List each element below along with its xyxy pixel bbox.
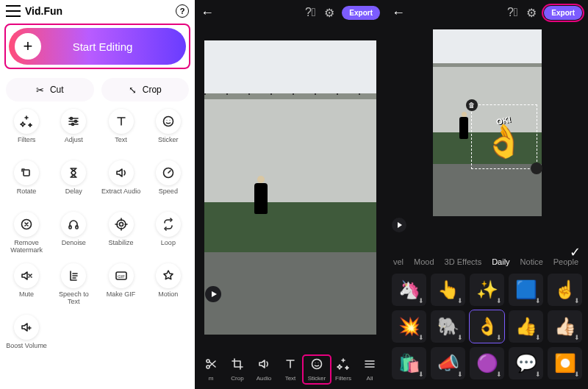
- sticker-item[interactable]: 🛍️⬇: [392, 347, 426, 379]
- tool-stabilize[interactable]: Stabilize: [98, 212, 145, 262]
- sticker-glyph: ⏺️: [554, 353, 576, 374]
- tool-speech-to-text[interactable]: Speech to Text: [50, 263, 97, 313]
- editor-tool-label: All: [367, 375, 373, 382]
- sticker-glyph: 👆: [437, 279, 459, 300]
- tool-extract-audio[interactable]: Extract Audio: [98, 160, 145, 210]
- settings-icon[interactable]: ⚙: [525, 6, 538, 19]
- editor-tool-sticker[interactable]: Sticker: [304, 356, 330, 383]
- tool-mute[interactable]: Mute: [3, 263, 50, 313]
- sticker-item[interactable]: ⏺️⬇: [548, 347, 582, 379]
- sticker-glyph: 🦄: [398, 279, 420, 300]
- sticker-tab[interactable]: Notice: [520, 257, 543, 266]
- editor-tool-crop[interactable]: Crop: [224, 357, 251, 382]
- tool-sticker[interactable]: Sticker: [145, 109, 192, 159]
- cut-button[interactable]: ✂ Cut: [6, 78, 94, 101]
- svg-point-19: [318, 363, 319, 363]
- home-panel: Vid.Fun ? + Start Editing ✂ Cut ⤡ Crop F…: [0, 0, 195, 389]
- sticker-tab[interactable]: Daily: [492, 257, 509, 266]
- tools-grid: FiltersAdjustTextStickerRotateDelayExtra…: [0, 104, 195, 369]
- tool-label: Loop: [161, 240, 176, 247]
- editor-tool-filters[interactable]: Filters: [330, 357, 356, 382]
- settings-icon[interactable]: ⚙: [323, 6, 336, 19]
- sticker-grid: 🦄⬇👆⬇✨⬇🟦⬇☝️⬇💥⬇🐘⬇👌⬇👍⬇👍🏻⬇🛍️⬇📣⬇🟣⬇💬⬇⏺️⬇: [386, 271, 588, 385]
- sticker-selection-box[interactable]: 🗑 OK! 👌: [471, 104, 537, 169]
- svg-point-18: [315, 363, 316, 363]
- svg-text:GIF: GIF: [118, 274, 125, 279]
- download-icon: ⬇: [457, 371, 463, 378]
- editor-tool-all[interactable]: All: [356, 357, 383, 382]
- sticker-tab[interactable]: 3D Effects: [445, 257, 482, 266]
- export-button[interactable]: Export: [544, 6, 582, 20]
- tool-make-gif[interactable]: GIFMake GIF: [98, 263, 145, 313]
- home-header: Vid.Fun ?: [0, 0, 195, 21]
- start-editing-button[interactable]: + Start Editing: [9, 28, 186, 65]
- tool-filters[interactable]: Filters: [3, 109, 50, 159]
- svg-point-17: [312, 359, 322, 368]
- download-icon: ⬇: [574, 334, 580, 341]
- gauge-icon: [156, 160, 181, 185]
- sticker-item[interactable]: 👍⬇: [509, 310, 543, 343]
- export-button[interactable]: Export: [342, 6, 380, 20]
- play-button[interactable]: [392, 218, 406, 232]
- download-icon: ⬇: [457, 297, 463, 304]
- sticker-item[interactable]: 💬⬇: [509, 347, 543, 379]
- tool-adjust[interactable]: Adjust: [50, 109, 97, 159]
- tool-loop[interactable]: Loop: [145, 212, 192, 262]
- crop-icon: [231, 357, 244, 374]
- tool-label: Stabilize: [109, 240, 134, 247]
- tool-text[interactable]: Text: [98, 109, 145, 159]
- sticker-item[interactable]: 💥⬇: [392, 310, 426, 343]
- resize-handle-icon[interactable]: [531, 163, 542, 174]
- sticker-item[interactable]: 🐘⬇: [431, 310, 465, 343]
- sticker-tab[interactable]: Mood: [414, 257, 434, 266]
- sticker-glyph: 👍🏻: [554, 316, 576, 337]
- play-button[interactable]: [205, 286, 221, 302]
- sticker-item[interactable]: ✨⬇: [470, 274, 504, 306]
- tool-motion[interactable]: Motion: [145, 263, 192, 313]
- tool-label: Adjust: [65, 137, 83, 144]
- editor-tool-label: Sticker: [308, 375, 326, 382]
- editor-tool-trim[interactable]: m: [198, 357, 224, 382]
- sparkle-icon: [337, 357, 350, 374]
- editor-tool-label: Filters: [335, 375, 351, 382]
- sticker-item[interactable]: 🟦⬇: [509, 274, 543, 306]
- menu-icon[interactable]: [6, 5, 21, 17]
- headphones-icon: [61, 212, 86, 237]
- svg-point-4: [166, 120, 167, 121]
- tool-label: Remove Watermark: [6, 240, 47, 254]
- tool-boost-volume[interactable]: Boost Volume: [3, 315, 50, 365]
- sticker-tab[interactable]: vel: [393, 257, 404, 266]
- menu-icon: [363, 357, 376, 374]
- editor-tool-text[interactable]: Text: [277, 357, 304, 382]
- help-icon[interactable]: ?: [176, 4, 189, 18]
- help-icon[interactable]: ?⃝: [506, 6, 519, 19]
- help-icon[interactable]: ?⃝: [304, 6, 317, 19]
- badge-x-icon: [14, 212, 39, 237]
- editor-panel: ← ?⃝ ⚙ Export mCropAudioTextStickerFilte…: [195, 0, 386, 389]
- sticker-preview[interactable]: 🗑 OK! 👌 ✓: [386, 25, 588, 231]
- cut-label: Cut: [50, 85, 64, 95]
- rotate-icon: [14, 160, 39, 185]
- sticker-item[interactable]: 🦄⬇: [392, 274, 426, 306]
- sticker-item[interactable]: ☝️⬇: [548, 274, 582, 306]
- tool-speed[interactable]: Speed: [145, 160, 192, 210]
- sticker-item[interactable]: 👌⬇: [470, 310, 504, 343]
- editor-canvas[interactable]: [195, 25, 386, 349]
- editor-tool-audio[interactable]: Audio: [251, 357, 277, 382]
- confirm-icon[interactable]: ✓: [570, 244, 581, 260]
- crop-button[interactable]: ⤡ Crop: [101, 78, 190, 101]
- tool-remove-watermark[interactable]: Remove Watermark: [3, 212, 50, 262]
- sticker-item[interactable]: 👆⬇: [431, 274, 465, 306]
- tool-label: Delay: [65, 188, 82, 196]
- back-icon[interactable]: ←: [392, 5, 405, 21]
- sticker-item[interactable]: 📣⬇: [431, 347, 465, 379]
- sticker-item[interactable]: 🟣⬇: [470, 347, 504, 379]
- placed-sticker[interactable]: OK! 👌: [476, 110, 532, 164]
- back-icon[interactable]: ←: [201, 5, 214, 21]
- loop-icon: [156, 212, 181, 237]
- tool-rotate[interactable]: Rotate: [3, 160, 50, 210]
- tool-denoise[interactable]: Denoise: [50, 212, 97, 262]
- svg-point-3: [163, 117, 173, 126]
- tool-delay[interactable]: Delay: [50, 160, 97, 210]
- sticker-item[interactable]: 👍🏻⬇: [548, 310, 582, 343]
